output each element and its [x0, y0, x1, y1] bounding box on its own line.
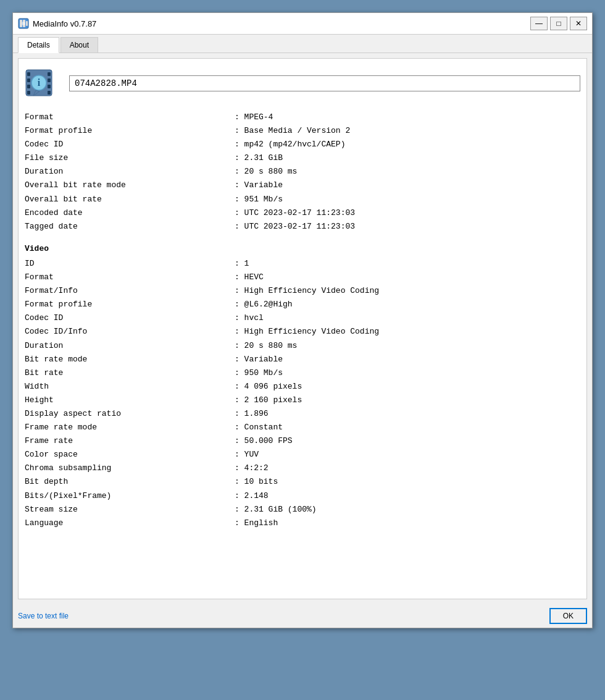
content-area: i Format : MPEG-4 Format profile : Base … — [18, 58, 587, 599]
table-row: Format/Info : High Efficiency Video Codi… — [25, 284, 578, 298]
table-row: Color space : YUV — [25, 448, 578, 462]
table-row: Height : 2 160 pixels — [25, 394, 578, 407]
table-row: Bit rate : 950 Mb/s — [25, 366, 578, 380]
minimize-button[interactable]: — — [530, 17, 548, 30]
general-fields: Format : MPEG-4 Format profile : Base Me… — [25, 111, 578, 234]
table-row: File size : 2.31 GiB — [25, 151, 578, 165]
table-row: Overall bit rate : 951 Mb/s — [25, 193, 578, 206]
svg-rect-3 — [26, 21, 28, 26]
file-header: i — [25, 65, 580, 102]
video-section-header: Video — [25, 241, 578, 257]
footer: Save to text file OK — [13, 604, 592, 628]
window-controls: — □ ✕ — [530, 17, 587, 30]
maximize-button[interactable]: □ — [550, 17, 567, 30]
title-bar: MediaInfo v0.7.87 — □ ✕ — [13, 13, 592, 35]
table-row: Width : 4 096 pixels — [25, 380, 578, 394]
svg-rect-9 — [27, 91, 30, 95]
tab-bar: Details About — [13, 35, 592, 53]
table-row: Duration : 20 s 880 ms — [25, 339, 578, 353]
svg-point-4 — [22, 22, 25, 25]
filename-input[interactable] — [69, 75, 580, 91]
table-row: Codec ID/Info : High Efficiency Video Co… — [25, 325, 578, 339]
svg-text:i: i — [38, 77, 41, 88]
app-window: MediaInfo v0.7.87 — □ ✕ Details About — [12, 12, 593, 628]
svg-rect-12 — [48, 85, 51, 88]
table-row: Bits/(Pixel*Frame) : 2.148 — [25, 489, 578, 503]
svg-rect-11 — [48, 78, 51, 82]
table-row: Duration : 20 s 880 ms — [25, 165, 578, 179]
table-row: Display aspect ratio : 1.896 — [25, 407, 578, 421]
svg-rect-8 — [27, 85, 30, 88]
table-row: Overall bit rate mode : Variable — [25, 179, 578, 192]
table-row: Frame rate mode : Constant — [25, 421, 578, 434]
table-row: Bit rate mode : Variable — [25, 353, 578, 366]
table-row: Bit depth : 10 bits — [25, 475, 578, 489]
table-row: Language : English — [25, 517, 578, 530]
video-fields: ID : 1 Format : HEVC Format/Info : High … — [25, 257, 578, 530]
table-row: Codec ID : mp42 (mp42/hvcl/CAEP) — [25, 138, 578, 151]
table-row: Chroma subsampling : 4:2:2 — [25, 462, 578, 475]
table-row: Frame rate : 50.000 FPS — [25, 434, 578, 448]
app-icon — [18, 18, 29, 29]
table-row: Format : MPEG-4 — [25, 111, 578, 124]
table-row: Tagged date : UTC 2023-02-17 11:23:03 — [25, 220, 578, 234]
section-gap-1 — [25, 234, 578, 241]
tab-details[interactable]: Details — [18, 37, 59, 53]
table-row: Format profile : Base Media / Version 2 — [25, 124, 578, 138]
info-scroll[interactable]: Format : MPEG-4 Format profile : Base Me… — [25, 111, 580, 592]
table-row: Codec ID : hvcl — [25, 311, 578, 325]
window-title: MediaInfo v0.7.87 — [33, 19, 96, 28]
table-row: Encoded date : UTC 2023-02-17 11:23:03 — [25, 206, 578, 220]
svg-rect-13 — [48, 91, 51, 95]
table-row: ID : 1 — [25, 257, 578, 271]
save-to-text-link[interactable]: Save to text file — [18, 612, 69, 620]
table-row: Format : HEVC — [25, 271, 578, 284]
table-row: Format profile : @L6.2@High — [25, 298, 578, 311]
info-table: Format : MPEG-4 Format profile : Base Me… — [25, 111, 578, 530]
media-file-icon: i — [25, 65, 62, 102]
title-bar-left: MediaInfo v0.7.87 — [18, 18, 96, 29]
ok-button[interactable]: OK — [549, 608, 587, 624]
svg-rect-7 — [27, 78, 30, 82]
table-row: Stream size : 2.31 GiB (100%) — [25, 503, 578, 517]
svg-rect-10 — [48, 72, 51, 76]
close-button[interactable]: ✕ — [570, 17, 587, 30]
tab-about[interactable]: About — [60, 37, 98, 53]
svg-rect-6 — [27, 72, 30, 76]
